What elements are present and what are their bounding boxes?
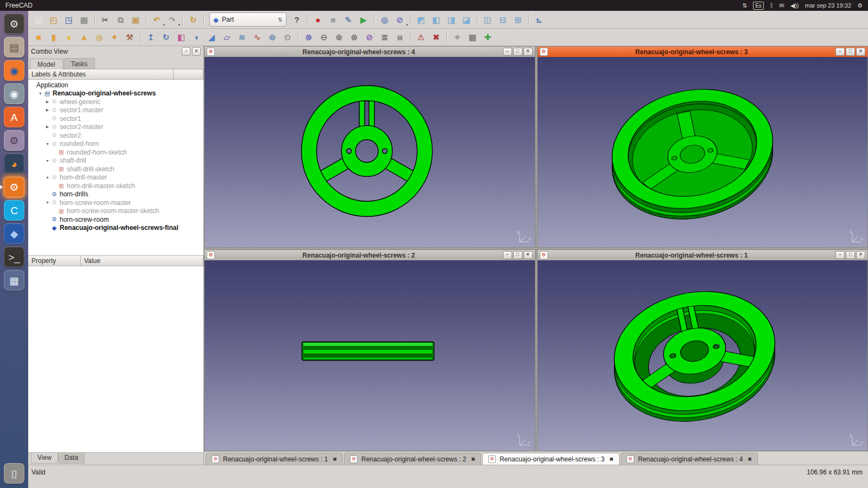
view-right-button[interactable]: ◪ — [459, 12, 474, 27]
boolean-button[interactable]: ⊛ — [302, 30, 316, 44]
viewport-3d[interactable]: zx — [538, 260, 868, 451]
section-button[interactable]: ⊘ — [362, 30, 376, 44]
defeaturing-button[interactable]: ✖ — [429, 30, 443, 44]
firefox-icon[interactable]: ◉ — [4, 60, 24, 81]
tree-item-renacuajo-original-wheel-screws-final[interactable]: ◆Renacuajo-original-wheel-screws-final — [28, 224, 203, 233]
freecad-launcher-icon[interactable]: ⚙ — [4, 14, 24, 34]
cad-utility-icon[interactable]: ◆ — [4, 223, 24, 244]
trash-icon[interactable]: ▯ — [4, 463, 24, 484]
minimize-button[interactable]: – — [835, 251, 845, 259]
add-item-button[interactable]: ✚ — [481, 30, 495, 44]
ruled-surface-button[interactable]: ▱ — [220, 30, 234, 44]
part-torus-button[interactable]: ◎ — [92, 30, 106, 44]
tab-view[interactable]: View — [31, 453, 58, 464]
fit-all-button[interactable]: ◎ — [378, 12, 392, 27]
expander-down-icon[interactable]: ▼ — [44, 201, 50, 204]
view-left-button[interactable]: ⊞ — [511, 12, 525, 27]
property-column-header[interactable]: Property — [28, 256, 81, 266]
document-tab-2[interactable]: ⚙Renacuajo-original-wheel-screws : 2✖ — [344, 453, 481, 465]
view-top-button[interactable]: ◨ — [444, 12, 458, 27]
terminal-icon[interactable]: >_ — [4, 247, 24, 267]
thickness-button[interactable]: ⊙ — [280, 30, 295, 44]
copy-button[interactable]: ⧉ — [113, 12, 127, 27]
revolve-button[interactable]: ↻ — [159, 30, 173, 44]
tab-model[interactable]: Model — [30, 59, 63, 69]
chamfer-button[interactable]: ◢ — [205, 30, 219, 44]
system-settings-icon[interactable]: ⚙ — [4, 130, 24, 151]
macro-edit-button[interactable]: ✎ — [341, 12, 355, 27]
maximize-button[interactable]: □ — [846, 251, 855, 259]
macro-record-button[interactable]: ● — [311, 12, 325, 27]
tree-item-wheel-generic[interactable]: ▶⚙wheel-generic — [28, 98, 203, 106]
macro-play-button[interactable]: ▶ — [356, 12, 371, 27]
shape-from-mesh-button[interactable]: ▦ — [465, 30, 480, 44]
maximize-button[interactable]: □ — [513, 251, 522, 259]
shape-builder-button[interactable]: ⚒ — [123, 30, 137, 44]
maximize-button[interactable]: □ — [513, 48, 522, 56]
minimize-button[interactable]: – — [835, 48, 845, 56]
panel-float-button[interactable]: ▫ — [182, 47, 190, 56]
view-axonometric-button[interactable]: ◩ — [414, 12, 428, 27]
expander-right-icon[interactable]: ▶ — [44, 125, 50, 129]
tree-item-horn-drill-master-sketch[interactable]: ▦horn-drill-master-sketch — [28, 182, 203, 190]
file-manager-icon[interactable]: ▤ — [4, 37, 24, 57]
tab-data[interactable]: Data — [58, 453, 85, 464]
tree-header-label[interactable]: Labels & Attributes — [28, 69, 174, 79]
refine-shape-button[interactable]: ✧ — [450, 30, 464, 44]
cura-icon[interactable]: C — [4, 200, 24, 221]
whats-this-button[interactable]: ? — [290, 12, 304, 27]
expander-down-icon[interactable]: ▼ — [44, 176, 50, 179]
messages-icon[interactable]: ✉ — [779, 2, 784, 9]
workbench-selector[interactable]: ◆Part⇅ — [209, 12, 286, 27]
tree-item-horn-screw-room[interactable]: ⚙horn-screw-room — [28, 215, 203, 224]
part-box-button[interactable]: ■ — [31, 30, 46, 44]
macro-stop-button[interactable]: ■ — [326, 12, 340, 27]
expander-down-icon[interactable]: ▼ — [37, 92, 43, 95]
minimize-button[interactable]: – — [503, 48, 512, 56]
view-rear-button[interactable]: ◫ — [481, 12, 495, 27]
tree-item-shaft-drill-sketch[interactable]: ▦shaft-drill-sketch — [28, 165, 203, 174]
part-cone-button[interactable]: ▲ — [77, 30, 91, 44]
window-titlebar[interactable]: ⚙Renacuajo-original-wheel-screws : 3–□✕ — [538, 47, 868, 57]
close-button[interactable]: ✕ — [524, 251, 533, 259]
dropdown-arrow-icon[interactable]: ▾ — [406, 23, 408, 27]
dropdown-arrow-icon[interactable]: ▾ — [178, 23, 180, 27]
cut-button[interactable]: ✂ — [98, 12, 112, 27]
document-tab-4[interactable]: ⚙Renacuajo-original-wheel-screws : 4✖ — [621, 453, 758, 465]
close-button[interactable]: ✕ — [524, 48, 533, 56]
part-cylinder-button[interactable]: ▮ — [47, 30, 61, 44]
window-titlebar[interactable]: ⚙Renacuajo-original-wheel-screws : 1–□✕ — [538, 250, 868, 260]
document-tab-1[interactable]: ⚙Renacuajo-original-wheel-screws : 1✖ — [206, 453, 343, 465]
tree-item-horn-drill-master[interactable]: ▼⚙horn-drill-master — [28, 174, 203, 182]
close-tab-icon[interactable]: ✖ — [748, 457, 752, 462]
tab-tasks[interactable]: Tasks — [63, 58, 95, 69]
viewport-3d[interactable]: zx — [205, 260, 535, 451]
tree-item-horn-drills[interactable]: ⚙horn-drills — [28, 190, 203, 199]
close-tab-icon[interactable]: ✖ — [471, 457, 475, 462]
expander-right-icon[interactable]: ▶ — [44, 100, 50, 104]
close-tab-icon[interactable]: ✖ — [609, 457, 614, 462]
refresh-button[interactable]: ↻ — [186, 12, 200, 27]
session-menu-icon[interactable]: ⚙ — [857, 2, 863, 9]
tree-item-shaft-drill[interactable]: ▼⚙shaft-drill — [28, 157, 203, 165]
close-button[interactable]: ✕ — [856, 251, 865, 259]
tree-item-sector2[interactable]: ⚙sector2 — [28, 131, 203, 140]
volume-icon[interactable]: ◀)) — [790, 2, 799, 9]
freecad-part-workbench-icon[interactable]: ⚙ — [4, 177, 24, 197]
view-front-button[interactable]: ◧ — [429, 12, 443, 27]
value-column-header[interactable]: Value — [81, 256, 203, 266]
network-sync-icon[interactable]: ⇅ — [742, 2, 747, 9]
boolean-intersection-button[interactable]: ⊗ — [347, 30, 361, 44]
minimize-button[interactable]: – — [503, 251, 512, 259]
chromium-icon[interactable]: ◉ — [4, 84, 24, 104]
bluetooth-icon[interactable]: ᛒ — [770, 2, 774, 9]
boolean-cut-button[interactable]: ⊖ — [317, 30, 331, 44]
undo-button[interactable]: ↶▾ — [150, 12, 164, 27]
tree-item-renacuajo-original-wheel-screws[interactable]: ▼▤Renacuajo-original-wheel-screws — [28, 89, 203, 98]
tree-item-sector1[interactable]: ⚙sector1 — [28, 114, 203, 123]
keyboard-layout-indicator-icon[interactable]: Es — [753, 2, 764, 10]
open-document-button[interactable]: ◰ — [47, 12, 61, 27]
expander-down-icon[interactable]: ▼ — [44, 159, 50, 163]
mirror-button[interactable]: ◧ — [174, 30, 188, 44]
check-geometry-button[interactable]: ⚠ — [414, 30, 428, 44]
